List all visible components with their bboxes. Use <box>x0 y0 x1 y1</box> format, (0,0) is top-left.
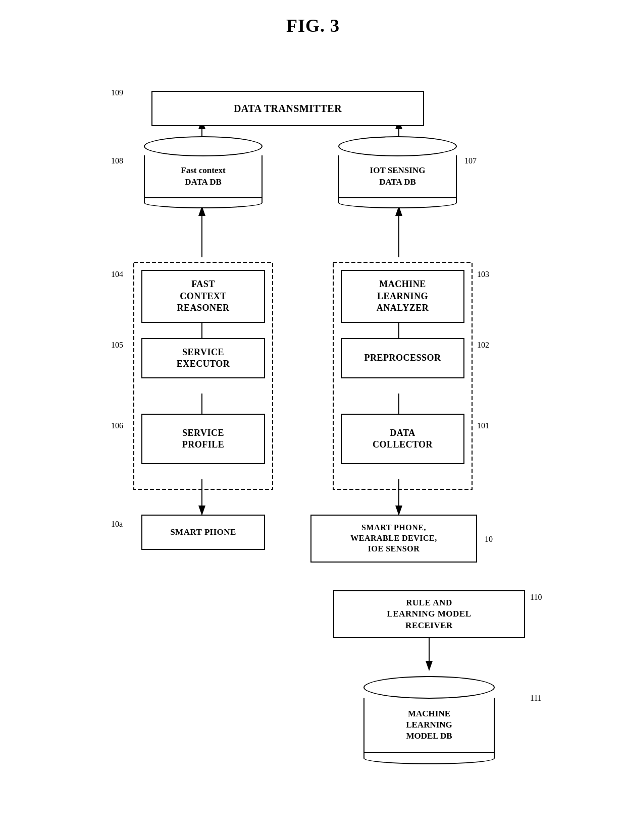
label-107: 107 <box>464 156 477 165</box>
label-108: 108 <box>111 156 123 165</box>
fast-context-db: Fast context DATA DB <box>144 136 263 208</box>
label-104: 104 <box>111 270 123 279</box>
label-102: 102 <box>477 341 489 350</box>
label-111: 111 <box>530 694 542 703</box>
smart-phone-wearable-box: SMART PHONE, WEARABLE DEVICE, IOE SENSOR <box>310 515 477 563</box>
rule-learning-receiver-box: RULE AND LEARNING MODEL RECEIVER <box>333 590 525 638</box>
data-collector-box: DATA COLLECTOR <box>341 414 464 464</box>
service-profile-box: SERVICE PROFILE <box>141 414 265 464</box>
label-10a: 10a <box>111 520 123 529</box>
data-transmitter-box: DATA TRANSMITTER <box>151 91 424 126</box>
label-105: 105 <box>111 341 123 350</box>
label-103: 103 <box>477 270 489 279</box>
label-110: 110 <box>530 593 542 602</box>
iot-sensing-db: IOT SENSING DATA DB <box>338 136 457 208</box>
label-106: 106 <box>111 421 123 430</box>
smart-phone-box: SMART PHONE <box>141 515 265 550</box>
service-executor-box: SERVICE EXECUTOR <box>141 338 265 378</box>
machine-learning-analyzer-box: MACHINE LEARNING ANALYZER <box>341 270 464 323</box>
preprocessor-box: PREPROCESSOR <box>341 338 464 378</box>
ml-model-db: MACHINE LEARNING MODEL DB <box>363 676 495 764</box>
fast-context-reasoner-box: FAST CONTEXT REASONER <box>141 270 265 323</box>
label-109: 109 <box>111 88 123 97</box>
page-title: FIG. 3 <box>0 0 626 36</box>
label-10: 10 <box>485 535 493 544</box>
label-101: 101 <box>477 421 489 430</box>
